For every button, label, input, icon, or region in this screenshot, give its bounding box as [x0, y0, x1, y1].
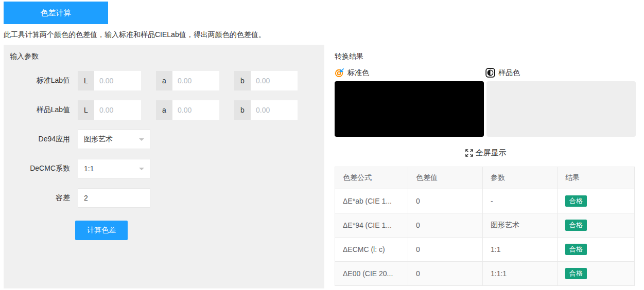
param-cell: -: [483, 189, 558, 213]
b-prefix-label: b: [234, 100, 251, 120]
a-prefix-label: a: [156, 71, 172, 90]
table-row: ΔE00 (CIE 20... 0 1:1:1 合格: [335, 262, 635, 286]
calculate-button[interactable]: 计算色差: [75, 221, 128, 240]
decmc-select[interactable]: 1:1: [78, 159, 150, 178]
expand-icon: [465, 149, 474, 157]
sample-b-input[interactable]: [251, 100, 298, 120]
header-param: 参数: [483, 167, 558, 189]
tolerance-label: 容差: [4, 193, 70, 203]
sample-l-group: L: [78, 100, 141, 120]
sample-color-label-group: 样品色: [485, 68, 636, 78]
param-cell: 1:1:1: [483, 262, 558, 286]
value-cell: 0: [408, 238, 483, 262]
header-formula: 色差公式: [335, 167, 408, 189]
tolerance-row: 容差: [4, 188, 324, 208]
table-header-row: 色差公式 色差值 参数 结果: [335, 167, 635, 189]
result-cell: 合格: [558, 213, 635, 238]
de94-label: De94应用: [4, 135, 70, 144]
de94-selected-value: 图形艺术: [84, 135, 113, 144]
target-icon: [335, 68, 344, 78]
standard-color-label: 标准色: [347, 68, 369, 78]
pass-badge: 合格: [565, 268, 587, 279]
standard-color-label-group: 标准色: [335, 68, 485, 78]
tolerance-input[interactable]: [78, 188, 150, 208]
standard-b-group: b: [234, 71, 298, 90]
table-row: ΔECMC (l: c) 0 1:1 合格: [335, 238, 635, 262]
param-cell: 1:1: [483, 238, 558, 262]
contrast-icon: [485, 68, 495, 78]
param-cell: 图形艺术: [483, 213, 558, 238]
tab-color-difference[interactable]: 色差计算: [4, 2, 108, 24]
table-row: ΔE*94 (CIE 1... 0 图形艺术 合格: [335, 213, 635, 238]
sample-color-swatch: [486, 81, 636, 137]
fullscreen-label: 全屏显示: [476, 148, 507, 158]
tool-description: 此工具计算两个颜色的色差值，输入标准和样品CIELab值，得出两颜色的色差值。: [4, 30, 644, 40]
color-difference-table: 色差公式 色差值 参数 结果 ΔE*ab (CIE 1... 0 - 合格: [335, 167, 635, 286]
standard-l-group: L: [78, 71, 141, 90]
sample-color-label: 样品色: [498, 68, 520, 78]
result-cell: 合格: [558, 238, 635, 262]
de94-row: De94应用 图形艺术: [4, 130, 324, 149]
pass-badge: 合格: [565, 195, 587, 207]
l-prefix-label: L: [78, 71, 94, 90]
color-difference-tool-page: 色差计算 此工具计算两个颜色的色差值，输入标准和样品CIELab值，得出两颜色的…: [0, 0, 644, 290]
formula-cell: ΔE*ab (CIE 1...: [335, 189, 408, 213]
result-cell: 合格: [558, 262, 635, 286]
sample-lab-label: 样品Lab值: [4, 105, 70, 115]
table-row: ΔE*ab (CIE 1... 0 - 合格: [335, 189, 635, 213]
standard-lab-row: 标准Lab值 L a b: [4, 71, 324, 90]
sample-l-input[interactable]: [94, 100, 141, 120]
standard-b-input[interactable]: [251, 71, 298, 90]
result-cell: 合格: [558, 189, 635, 213]
tab-bar: 色差计算: [0, 0, 644, 24]
b-prefix-label: b: [234, 71, 251, 90]
sample-a-group: a: [156, 100, 219, 120]
header-result: 结果: [558, 167, 635, 189]
decmc-selected-value: 1:1: [84, 165, 94, 173]
fullscreen-button[interactable]: 全屏显示: [335, 148, 636, 158]
chevron-down-icon: [139, 138, 144, 143]
swatch-labels-row: 标准色 样品色: [335, 68, 636, 78]
standard-a-group: a: [156, 71, 219, 90]
formula-cell: ΔE*94 (CIE 1...: [335, 213, 408, 238]
formula-cell: ΔECMC (l: c): [335, 238, 408, 262]
value-cell: 0: [408, 213, 483, 238]
l-prefix-label: L: [78, 100, 94, 120]
swatches-row: [335, 81, 636, 137]
header-value: 色差值: [408, 167, 483, 189]
main-layout: 输入参数 标准Lab值 L a b 样品Lab值: [4, 45, 644, 288]
a-prefix-label: a: [156, 100, 172, 120]
sample-a-input[interactable]: [172, 100, 219, 120]
de94-select[interactable]: 图形艺术: [78, 130, 150, 149]
sample-lab-row: 样品Lab值 L a b: [4, 100, 324, 120]
decmc-row: DeCMC系数 1:1: [4, 159, 324, 178]
value-cell: 0: [408, 262, 483, 286]
sample-b-group: b: [234, 100, 298, 120]
input-panel: 输入参数 标准Lab值 L a b 样品Lab值: [4, 45, 324, 288]
result-section-title: 转换结果: [335, 52, 636, 61]
pass-badge: 合格: [565, 244, 587, 255]
value-cell: 0: [408, 189, 483, 213]
input-section-title: 输入参数: [4, 45, 324, 61]
chevron-down-icon: [139, 168, 144, 173]
standard-color-swatch: [335, 81, 484, 137]
decmc-label: DeCMC系数: [4, 164, 70, 173]
formula-cell: ΔE00 (CIE 20...: [335, 262, 408, 286]
pass-badge: 合格: [565, 220, 587, 231]
result-panel: 转换结果 标准色: [335, 45, 636, 288]
standard-a-input[interactable]: [172, 71, 219, 90]
standard-l-input[interactable]: [94, 71, 141, 90]
standard-lab-label: 标准Lab值: [4, 76, 70, 85]
